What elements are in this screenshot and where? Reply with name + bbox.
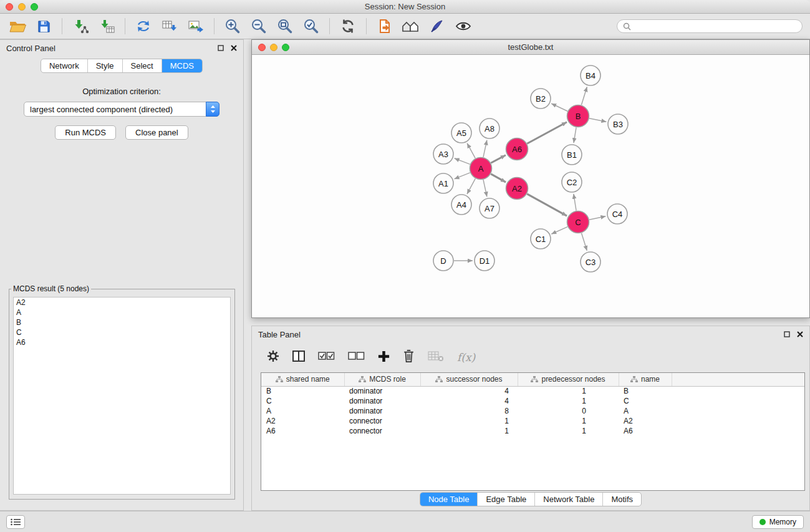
float-table-panel-icon[interactable]: [784, 331, 790, 337]
zoom-fit-icon[interactable]: [274, 16, 296, 36]
import-network-icon[interactable]: [69, 16, 92, 36]
graph-node-A1[interactable]: A1: [433, 173, 453, 193]
close-table-panel-icon[interactable]: [797, 331, 803, 337]
delete-column-icon[interactable]: [403, 349, 415, 365]
graph-node-A8[interactable]: A8: [480, 118, 499, 138]
column-header-successor-nodes[interactable]: successor nodes: [420, 373, 518, 386]
refresh-icon[interactable]: [337, 16, 359, 36]
graph-node-A[interactable]: A: [470, 158, 492, 180]
graph-node-D1[interactable]: D1: [475, 251, 494, 271]
graph-node-B1[interactable]: B1: [562, 145, 582, 165]
select-all-icon[interactable]: [318, 351, 335, 364]
mcds-result-title: MCDS result (5 nodes): [11, 284, 91, 293]
column-sort-icon: [531, 376, 538, 383]
column-header-filler: [672, 373, 804, 386]
search-field[interactable]: [617, 19, 803, 33]
column-header-predecessor-nodes[interactable]: predecessor nodes: [518, 373, 619, 386]
table-row[interactable]: A6connector11A6: [261, 426, 804, 436]
svg-text:B3: B3: [613, 120, 623, 129]
network-canvas[interactable]: B4B2BB3A5A8A6A3B1AC2A1A2A4A7C4CC1C3DD1: [252, 55, 809, 316]
homes-icon[interactable]: [400, 16, 422, 36]
table-tab-network-table[interactable]: Network Table: [535, 493, 603, 506]
save-session-icon[interactable]: [32, 16, 55, 36]
memory-button[interactable]: Memory: [752, 515, 804, 529]
mcds-result-item[interactable]: A6: [14, 337, 230, 347]
mcds-result-item[interactable]: A2: [14, 297, 230, 307]
run-mcds-button[interactable]: Run MCDS: [55, 125, 116, 140]
export-table-icon[interactable]: [158, 16, 181, 36]
graph-edge-A-A5: [467, 143, 475, 158]
traffic-lights: [6, 3, 38, 11]
graph-node-A3[interactable]: A3: [433, 144, 453, 164]
control-tab-select[interactable]: Select: [123, 59, 162, 72]
zoom-window-button[interactable]: [31, 3, 38, 11]
import-table-icon[interactable]: [95, 16, 118, 36]
graph-node-C3[interactable]: C3: [581, 252, 600, 272]
close-window-button[interactable]: [6, 3, 13, 11]
deselect-all-icon[interactable]: [348, 351, 365, 364]
show-columns-icon[interactable]: [292, 351, 305, 364]
control-tab-network[interactable]: Network: [41, 59, 88, 72]
search-input[interactable]: [634, 22, 796, 31]
network-view-window: testGlobe.txt B4B2BB3A5A8A6A3B1AC2A1A2A4…: [251, 39, 810, 318]
graph-node-C1[interactable]: C1: [531, 229, 551, 249]
reload-network-icon[interactable]: [132, 16, 155, 36]
table-tab-motifs[interactable]: Motifs: [603, 493, 641, 506]
eye-icon[interactable]: [452, 16, 475, 36]
table-row[interactable]: Bdominator41B: [261, 386, 804, 396]
svg-text:D1: D1: [480, 256, 490, 266]
graph-node-B[interactable]: B: [567, 105, 589, 127]
table-row[interactable]: Cdominator41C: [261, 396, 804, 406]
annotation-pen-icon[interactable]: [426, 16, 448, 36]
svg-text:C1: C1: [536, 235, 546, 244]
optimization-dropdown[interactable]: largest connected component (directed): [24, 102, 219, 117]
export-image-icon[interactable]: [185, 16, 207, 36]
table-row[interactable]: Adominator80A: [261, 406, 804, 416]
control-tab-style[interactable]: Style: [88, 59, 123, 72]
control-tab-mcds[interactable]: MCDS: [162, 59, 202, 72]
close-panel-icon[interactable]: [231, 45, 237, 51]
graph-edge-C-C3: [582, 233, 587, 251]
zoom-in-icon[interactable]: [221, 16, 244, 36]
network-minimize-button[interactable]: [270, 44, 277, 51]
column-header-MCDS-role[interactable]: MCDS role: [344, 373, 420, 386]
table-row[interactable]: A2connector11A2: [261, 416, 804, 426]
graph-node-D[interactable]: D: [433, 251, 453, 271]
zoom-out-icon[interactable]: [248, 16, 270, 36]
task-history-button[interactable]: [6, 515, 25, 529]
mcds-result-list[interactable]: A2ABCA6: [13, 297, 231, 495]
open-session-icon[interactable]: [6, 16, 29, 36]
float-panel-icon[interactable]: [218, 45, 224, 51]
graph-node-A7[interactable]: A7: [480, 198, 499, 218]
close-panel-button[interactable]: Close panel: [125, 125, 188, 140]
graph-node-C4[interactable]: C4: [607, 204, 627, 224]
graph-node-C[interactable]: C: [567, 211, 589, 233]
table-settings-gear-icon[interactable]: [267, 350, 279, 365]
column-header-name[interactable]: name: [619, 373, 672, 386]
mcds-result-item[interactable]: B: [14, 317, 230, 327]
graph-node-A6[interactable]: A6: [506, 138, 528, 160]
graph-node-A4[interactable]: A4: [451, 195, 471, 215]
graph-edge-B-B3: [589, 118, 606, 122]
zoom-selected-icon[interactable]: [300, 16, 322, 36]
network-close-button[interactable]: [258, 44, 266, 51]
graph-node-C2[interactable]: C2: [562, 172, 582, 192]
table-tab-node-table[interactable]: Node Table: [420, 493, 478, 506]
mcds-result-item[interactable]: C: [14, 327, 230, 337]
graph-node-B3[interactable]: B3: [608, 114, 628, 134]
mcds-result-item[interactable]: A: [14, 307, 230, 317]
column-header-shared-name[interactable]: shared name: [261, 373, 344, 386]
document-arrow-icon[interactable]: [374, 16, 396, 36]
graph-node-B2[interactable]: B2: [531, 89, 551, 109]
network-zoom-button[interactable]: [282, 44, 289, 51]
graph-node-A2[interactable]: A2: [506, 178, 528, 200]
add-column-icon[interactable]: [378, 351, 390, 365]
window-title: Session: New Session: [0, 0, 810, 13]
delete-table-icon[interactable]: [428, 350, 444, 365]
graph-node-A5[interactable]: A5: [451, 123, 471, 143]
graph-node-B4[interactable]: B4: [581, 65, 600, 85]
minimize-window-button[interactable]: [18, 3, 26, 11]
network-window-titlebar[interactable]: testGlobe.txt: [252, 40, 809, 55]
table-tab-edge-table[interactable]: Edge Table: [478, 493, 535, 506]
function-builder-icon[interactable]: f(x): [457, 351, 475, 364]
